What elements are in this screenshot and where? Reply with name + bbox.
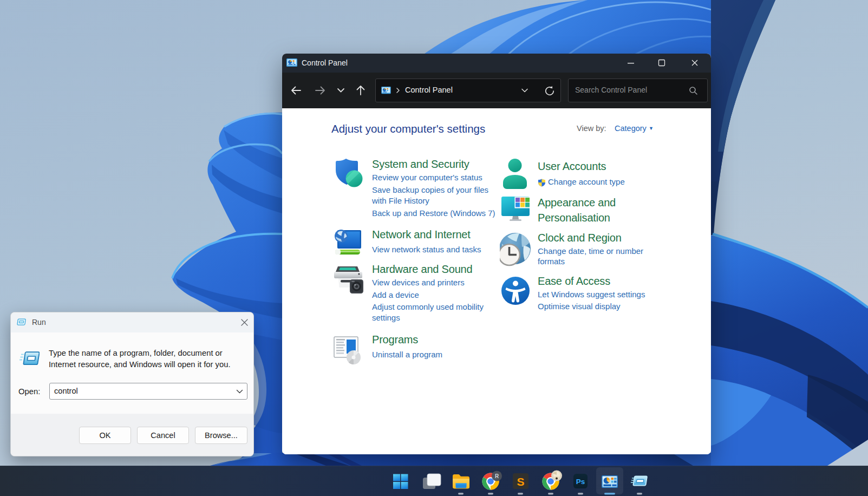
svg-text:Ps: Ps — [576, 478, 585, 486]
svg-text:R: R — [495, 473, 499, 479]
svg-text:S: S — [517, 475, 524, 488]
